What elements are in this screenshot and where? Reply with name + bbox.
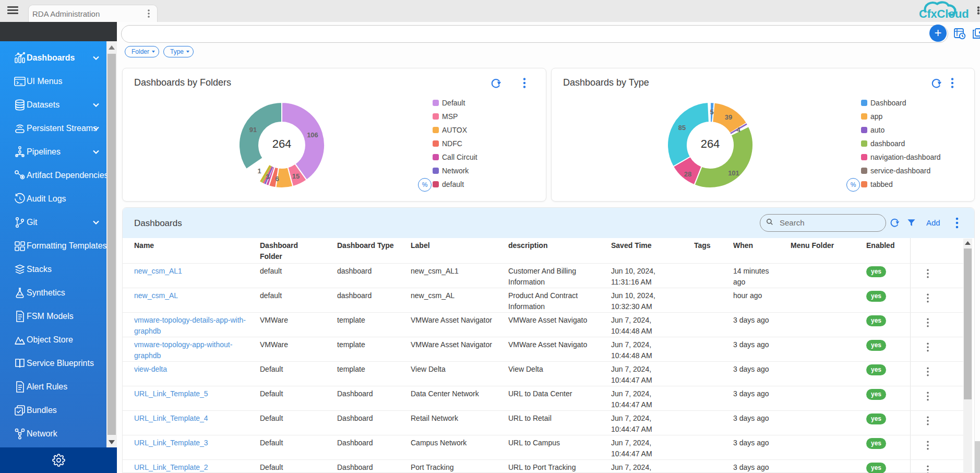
svg-text:101: 101	[728, 169, 739, 177]
svg-text:5: 5	[710, 108, 713, 116]
svg-text:264: 264	[701, 137, 720, 150]
svg-text:85: 85	[678, 124, 686, 132]
svg-text:3: 3	[266, 173, 269, 181]
svg-text:1: 1	[257, 167, 261, 175]
svg-text:28: 28	[684, 170, 691, 178]
svg-text:264: 264	[272, 137, 292, 150]
svg-text:91: 91	[249, 126, 257, 134]
svg-text:106: 106	[307, 131, 318, 139]
svg-text:CfxCloud: CfxCloud	[919, 7, 969, 20]
svg-text:4: 4	[736, 126, 740, 134]
svg-text:15: 15	[292, 172, 300, 180]
svg-text:6: 6	[275, 175, 279, 183]
svg-text:39: 39	[725, 113, 732, 121]
